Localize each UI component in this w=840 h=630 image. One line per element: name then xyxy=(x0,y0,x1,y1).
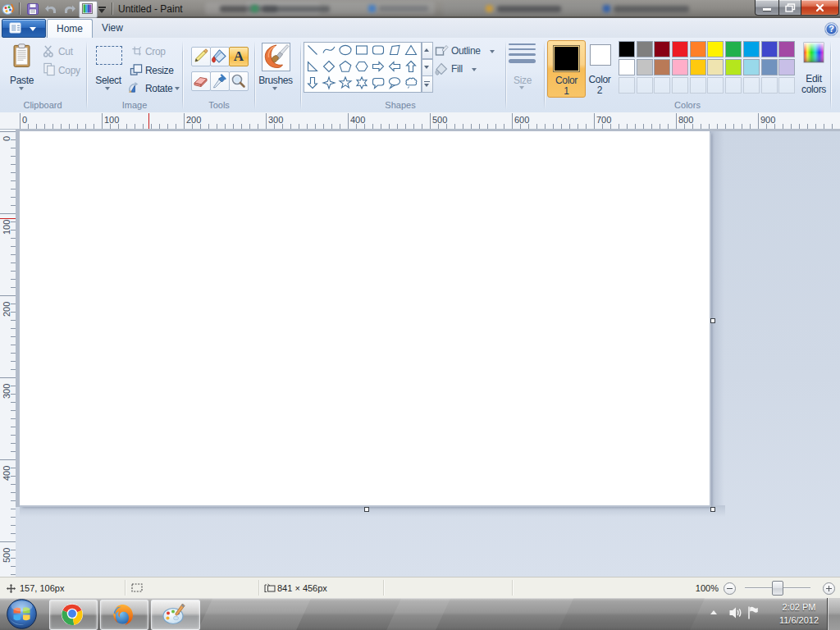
svg-text:300: 300 xyxy=(2,384,11,399)
svg-text:100: 100 xyxy=(2,220,11,235)
svg-text:400: 400 xyxy=(2,466,11,481)
svg-text:0: 0 xyxy=(2,136,11,141)
svg-text:500: 500 xyxy=(2,548,11,563)
svg-text:200: 200 xyxy=(2,302,11,317)
